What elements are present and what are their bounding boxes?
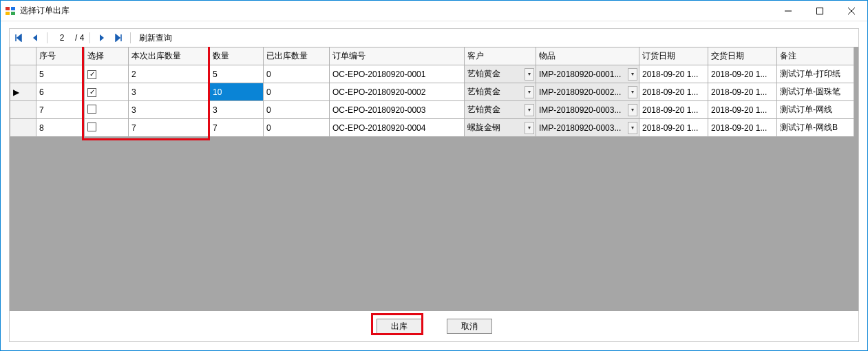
row-header-blank bbox=[10, 47, 36, 65]
chevron-down-icon[interactable]: ▾ bbox=[525, 122, 534, 134]
cell-shipped: 0 bbox=[264, 119, 330, 137]
col-out-qty[interactable]: 本次出库数量 bbox=[129, 47, 210, 65]
cell-select[interactable]: ✓ bbox=[85, 65, 129, 83]
col-qty[interactable]: 数量 bbox=[210, 47, 264, 65]
svg-rect-2 bbox=[6, 12, 10, 15]
table-row[interactable]: ▶6✓3100OC-EPO-20180920-0002艺铂黄金▾IMP-2018… bbox=[10, 83, 854, 101]
cell-order-date: 2018-09-20 1... bbox=[639, 65, 708, 83]
table-row[interactable]: 7330OC-EPO-20180920-0003艺铂黄金▾IMP-2018092… bbox=[10, 101, 854, 119]
cell-customer[interactable]: 艺铂黄金▾ bbox=[465, 83, 536, 101]
cell-delivery-date: 2018-09-20 1... bbox=[708, 119, 777, 137]
page-number-input[interactable] bbox=[53, 32, 71, 43]
cell-customer[interactable]: 艺铂黄金▾ bbox=[465, 101, 536, 119]
cell-out-qty[interactable]: 7 bbox=[129, 119, 210, 137]
cell-order-date: 2018-09-20 1... bbox=[639, 119, 708, 137]
page-total-label: / 4 bbox=[75, 33, 84, 43]
row-indicator bbox=[10, 101, 36, 119]
minimize-button[interactable] bbox=[772, 1, 804, 21]
header-row: 序号 选择 本次出库数量 数量 已出库数量 订单编号 客户 物品 订货日期 交货… bbox=[10, 47, 854, 65]
cell-delivery-date: 2018-09-20 1... bbox=[708, 65, 777, 83]
svg-rect-1 bbox=[11, 7, 15, 10]
checkbox-icon[interactable] bbox=[87, 105, 96, 114]
first-page-icon[interactable] bbox=[12, 32, 25, 44]
submit-button[interactable]: 出库 bbox=[377, 319, 422, 334]
cell-select[interactable] bbox=[85, 101, 129, 119]
cell-out-qty[interactable]: 3 bbox=[129, 83, 210, 101]
last-page-icon[interactable] bbox=[112, 32, 125, 44]
chevron-down-icon[interactable]: ▾ bbox=[628, 86, 637, 98]
chevron-down-icon[interactable]: ▾ bbox=[628, 68, 637, 81]
cell-remark: 测试订单-打印纸 bbox=[777, 65, 854, 83]
cell-out-qty[interactable]: 2 bbox=[129, 65, 210, 83]
cell-customer[interactable]: 螺旋金钢▾ bbox=[465, 119, 536, 137]
cell-delivery-date: 2018-09-20 1... bbox=[708, 83, 777, 101]
maximize-button[interactable] bbox=[804, 1, 836, 21]
cell-remark: 测试订单-圆珠笔 bbox=[777, 83, 854, 101]
cell-seq: 5 bbox=[36, 65, 85, 83]
cell-seq: 7 bbox=[36, 101, 85, 119]
col-shipped[interactable]: 已出库数量 bbox=[264, 47, 330, 65]
separator bbox=[89, 32, 90, 43]
cell-item[interactable]: IMP-20180920-0003...▾ bbox=[536, 101, 639, 119]
chevron-down-icon[interactable]: ▾ bbox=[525, 86, 534, 98]
cell-qty[interactable]: 10 bbox=[210, 83, 264, 101]
col-select[interactable]: 选择 bbox=[85, 47, 129, 65]
cell-item[interactable]: IMP-20180920-0003...▾ bbox=[536, 119, 639, 137]
cell-seq: 6 bbox=[36, 83, 85, 101]
col-seq[interactable]: 序号 bbox=[36, 47, 85, 65]
col-customer[interactable]: 客户 bbox=[465, 47, 536, 65]
cell-seq: 8 bbox=[36, 119, 85, 137]
checkbox-icon[interactable]: ✓ bbox=[87, 88, 96, 97]
next-page-icon[interactable] bbox=[96, 32, 108, 44]
cell-qty[interactable]: 5 bbox=[210, 65, 264, 83]
window-title: 选择订单出库 bbox=[20, 5, 70, 17]
checkbox-icon[interactable] bbox=[87, 123, 96, 131]
cell-order-date: 2018-09-20 1... bbox=[639, 101, 708, 119]
cell-item[interactable]: IMP-20180920-0002...▾ bbox=[536, 83, 639, 101]
pager-toolbar: / 4 刷新查询 bbox=[10, 29, 858, 47]
prev-page-icon[interactable] bbox=[29, 32, 41, 44]
col-delivery-date[interactable]: 交货日期 bbox=[708, 47, 777, 65]
chevron-down-icon[interactable]: ▾ bbox=[628, 122, 637, 134]
main-panel: / 4 刷新查询 序号 选择 bbox=[9, 28, 859, 342]
table-row[interactable]: 8770OC-EPO-20180920-0004螺旋金钢▾IMP-2018092… bbox=[10, 119, 854, 137]
order-grid: 序号 选择 本次出库数量 数量 已出库数量 订单编号 客户 物品 订货日期 交货… bbox=[10, 47, 854, 137]
col-order-no[interactable]: 订单编号 bbox=[330, 47, 465, 65]
svg-rect-5 bbox=[817, 8, 823, 14]
cell-qty[interactable]: 3 bbox=[210, 101, 264, 119]
content-area: / 4 刷新查询 序号 选择 bbox=[1, 21, 867, 350]
app-icon bbox=[5, 6, 16, 17]
close-button[interactable] bbox=[836, 1, 867, 21]
cell-order-date: 2018-09-20 1... bbox=[639, 83, 708, 101]
cell-remark: 测试订单-网线 bbox=[777, 101, 854, 119]
separator bbox=[130, 32, 131, 43]
chevron-down-icon[interactable]: ▾ bbox=[525, 68, 534, 81]
cell-customer[interactable]: 艺铂黄金▾ bbox=[465, 65, 536, 83]
svg-rect-0 bbox=[6, 7, 10, 10]
row-indicator bbox=[10, 119, 36, 137]
separator bbox=[47, 32, 47, 43]
cell-remark: 测试订单-网线B bbox=[777, 119, 854, 137]
cell-select[interactable]: ✓ bbox=[85, 83, 129, 101]
chevron-down-icon[interactable]: ▾ bbox=[525, 104, 534, 116]
cell-shipped: 0 bbox=[264, 65, 330, 83]
chevron-down-icon[interactable]: ▾ bbox=[628, 104, 637, 116]
cell-item[interactable]: IMP-20180920-0001...▾ bbox=[536, 65, 639, 83]
row-indicator: ▶ bbox=[10, 83, 36, 101]
checkbox-icon[interactable]: ✓ bbox=[87, 70, 96, 79]
row-indicator bbox=[10, 65, 36, 83]
cell-qty[interactable]: 7 bbox=[210, 119, 264, 137]
refresh-button[interactable]: 刷新查询 bbox=[136, 32, 175, 44]
app-window: 选择订单出库 / 4 bbox=[0, 0, 868, 351]
table-row[interactable]: 5✓250OC-EPO-20180920-0001艺铂黄金▾IMP-201809… bbox=[10, 65, 854, 83]
window-controls bbox=[772, 1, 867, 21]
cell-select[interactable] bbox=[85, 119, 129, 137]
svg-rect-3 bbox=[11, 12, 15, 15]
col-remark[interactable]: 备注 bbox=[777, 47, 854, 65]
cell-order-no: OC-EPO-20180920-0003 bbox=[330, 101, 465, 119]
col-order-date[interactable]: 订货日期 bbox=[639, 47, 708, 65]
cell-order-no: OC-EPO-20180920-0001 bbox=[330, 65, 465, 83]
col-item[interactable]: 物品 bbox=[536, 47, 639, 65]
cancel-button[interactable]: 取消 bbox=[447, 319, 492, 334]
cell-out-qty[interactable]: 3 bbox=[129, 101, 210, 119]
